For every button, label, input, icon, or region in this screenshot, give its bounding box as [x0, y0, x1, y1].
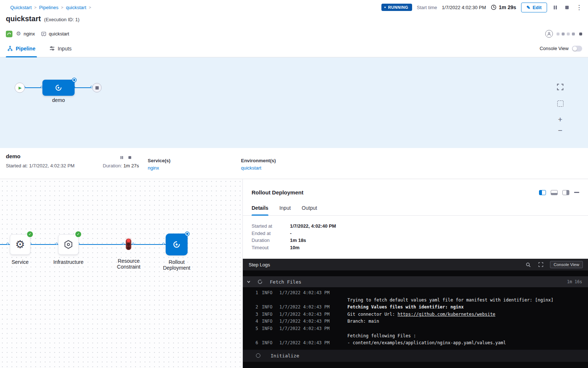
pause-execution-button[interactable]: [552, 4, 559, 11]
layout-bottom-icon[interactable]: [551, 190, 558, 195]
kebab-icon: ⋮: [576, 4, 582, 11]
service-link[interactable]: nginx: [148, 165, 170, 171]
zoom-in-button[interactable]: +: [558, 116, 562, 123]
view-tab-bar: Pipeline Inputs Console View: [0, 40, 588, 57]
log-level: INFO: [262, 289, 274, 297]
canvas-fullscreen-button[interactable]: [555, 82, 565, 92]
clock-icon: [491, 4, 497, 10]
marquee-select-icon[interactable]: [557, 100, 564, 107]
log-section-initialize[interactable]: Initialize: [243, 350, 588, 362]
stage-node-demo[interactable]: [42, 80, 75, 96]
log-message-text: Git connector Url:: [347, 312, 397, 317]
step-panel-header: Rollout Deployment: [243, 179, 588, 199]
pause-icon: [120, 155, 124, 160]
edit-button[interactable]: ✎ Edit: [521, 3, 547, 12]
hexagon-icon: [63, 239, 74, 250]
connector-dot: [56, 243, 58, 245]
log-level: INFO: [262, 325, 274, 333]
tab-details[interactable]: Details: [252, 205, 268, 215]
connector-dot: [162, 243, 165, 245]
step-node-rollout-deployment[interactable]: [166, 234, 188, 255]
detail-row: Timeout 10m: [252, 245, 588, 250]
console-view-toggle-group: Console View: [540, 46, 582, 52]
log-line-number: 6: [252, 339, 258, 347]
log-line-continuation: Fetching following Files :: [243, 333, 588, 340]
step-details-panel: Rollout Deployment Details Input Output …: [243, 179, 588, 368]
breadcrumb-pipelines[interactable]: Pipelines: [39, 5, 59, 10]
stage-abort-button[interactable]: [128, 155, 132, 161]
mini-step-indicator: [567, 33, 570, 35]
git-connector-link[interactable]: https://github.com/kubernetes/website: [397, 312, 495, 317]
log-line-continuation: Trying to fetch default values yaml file…: [243, 297, 588, 304]
minimize-panel-icon[interactable]: [574, 192, 579, 193]
tab-input[interactable]: Input: [279, 205, 291, 215]
log-message: [347, 325, 582, 333]
pipeline-start-node[interactable]: ▶: [15, 83, 25, 93]
environment-meta: quickstart: [41, 31, 69, 37]
canvas-controls: + −: [555, 82, 565, 134]
log-level: INFO: [262, 318, 274, 325]
abort-execution-button[interactable]: [564, 4, 570, 11]
step-panel-tabs: Details Input Output: [243, 199, 588, 216]
panel-layout-controls: [539, 190, 579, 195]
search-icon: [525, 262, 531, 268]
log-line: 6 INFO 1/7/2022 4:02:43 PM - content/en/…: [243, 339, 588, 347]
layout-right-icon[interactable]: [562, 190, 569, 195]
console-view-label: Console View: [540, 46, 569, 51]
cd-module-icon: [6, 31, 12, 37]
user-avatar[interactable]: [545, 30, 553, 38]
log-section-duration: 1m 16s: [567, 279, 582, 284]
step-logs-console: Step Logs Console View: [243, 259, 588, 368]
detail-value: 1/7/2022, 4:02:40 PM: [290, 224, 336, 229]
breadcrumb-separator: >: [34, 5, 37, 10]
tab-inputs[interactable]: Inputs: [48, 40, 73, 57]
step-node-resource-constraint[interactable]: [126, 239, 131, 250]
breadcrumb-project[interactable]: Quickstart: [10, 5, 32, 10]
inputs-icon: [49, 46, 55, 51]
layout-left-icon[interactable]: [539, 190, 546, 195]
environments-block: Environment(s) quickstart: [241, 158, 276, 171]
log-line: 3 INFO 1/7/2022 4:02:43 PM Git connector…: [243, 311, 588, 318]
connector-dot: [7, 243, 9, 245]
detail-label: Timeout: [252, 245, 290, 250]
log-line: 5 INFO 1/7/2022 4:02:43 PM: [243, 325, 588, 333]
environment-link[interactable]: quickstart: [241, 165, 276, 171]
expand-icon: [538, 262, 544, 268]
stop-icon: [128, 155, 132, 160]
log-message: Git connector Url: https://github.com/ku…: [347, 311, 582, 318]
step-node-infrastructure[interactable]: ✓: [58, 234, 79, 255]
log-fullscreen-button[interactable]: [537, 261, 544, 268]
more-options-button[interactable]: ⋮: [575, 3, 583, 12]
detail-value: 10m: [290, 245, 299, 250]
pipeline-end-node[interactable]: [92, 83, 102, 92]
stage-name: demo: [6, 153, 20, 159]
log-search-button[interactable]: [525, 261, 532, 268]
tab-inputs-label: Inputs: [58, 46, 72, 52]
gear-icon: ⚙: [16, 31, 21, 37]
log-section-name: Initialize: [271, 353, 299, 358]
breadcrumb-separator: >: [61, 5, 63, 10]
detail-row: Duration 1m 18s: [252, 238, 588, 243]
log-section-fetch-files[interactable]: Fetch Files 1m 16s: [243, 276, 588, 287]
tab-output[interactable]: Output: [302, 205, 317, 215]
console-view-switch[interactable]: [572, 46, 582, 52]
harness-execution-page: Quickstart > Pipelines > quickstart > RU…: [0, 0, 588, 368]
zoom-out-button[interactable]: −: [558, 127, 562, 134]
log-timestamp: 1/7/2022 4:02:43 PM: [279, 318, 347, 325]
stage-pause-button[interactable]: [120, 155, 124, 161]
traffic-light-red: [127, 239, 130, 242]
breadcrumb-pipeline-name[interactable]: quickstart: [66, 5, 86, 10]
log-level: INFO: [262, 339, 274, 347]
success-check-icon: ✓: [27, 231, 33, 237]
stage-connector-line: [25, 87, 42, 88]
detail-value: -: [290, 231, 291, 236]
step-node-label: Infrastructure: [48, 259, 88, 265]
console-view-button[interactable]: Console View: [550, 261, 583, 268]
step-node-service[interactable]: ⚙ ✓: [10, 234, 30, 255]
tab-pipeline[interactable]: Pipeline: [6, 40, 37, 57]
top-bar: Quickstart > Pipelines > quickstart > RU…: [0, 0, 588, 15]
meta-row: ⚙ nginx quickstart: [0, 28, 588, 40]
execution-graph-canvas: ⚙ ✓ Service ✓ Infrastructure Resource Co…: [0, 179, 243, 368]
breadcrumb: Quickstart > Pipelines > quickstart >: [10, 5, 91, 10]
environment-meta-name: quickstart: [49, 31, 69, 37]
